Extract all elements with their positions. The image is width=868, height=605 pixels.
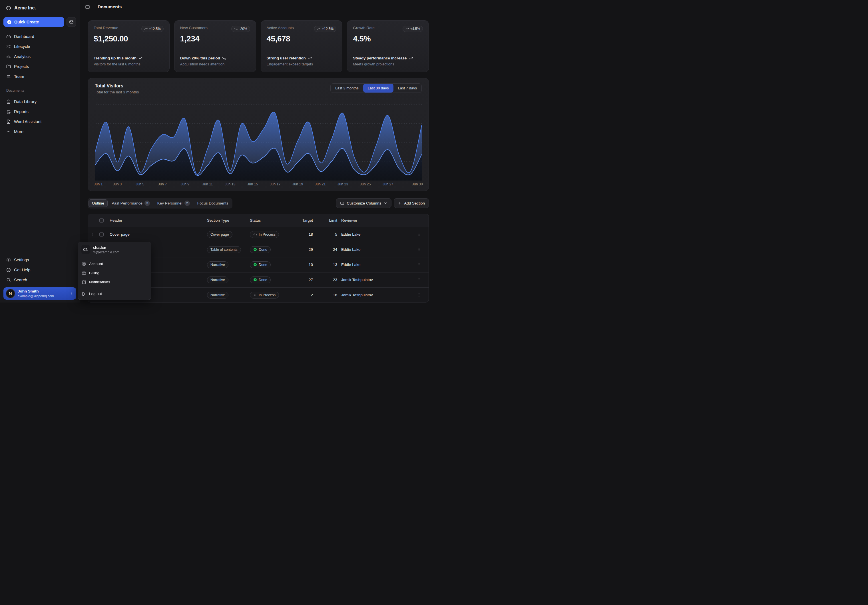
app-root: Acme Inc. Quick Create DashboardLifecycl…: [0, 0, 434, 302]
plus-icon: [398, 201, 402, 205]
chart-x-axis-labels: Jun 1Jun 3Jun 5Jun 7Jun 9Jun 11Jun 13Jun…: [95, 181, 422, 188]
row-section-type-cell: Narrative: [207, 292, 250, 298]
sidebar-item-word-assistant[interactable]: Word Assistant: [3, 117, 76, 126]
row-actions-kebab-icon[interactable]: [412, 278, 425, 282]
row-status-cell: In Process: [250, 292, 297, 298]
menu-item-notifications[interactable]: Notifications: [79, 278, 150, 287]
user-name: John Smith: [18, 289, 67, 294]
section-type-badge[interactable]: Table of contents: [207, 246, 241, 253]
row-reviewer: Jamik Tashpulatov: [341, 278, 412, 282]
section-type-badge[interactable]: Cover page: [207, 231, 232, 238]
row-limit-value: 13: [317, 262, 341, 267]
section-toolbar: OutlinePast Performance3Key Personnel2Fo…: [88, 198, 429, 208]
drag-handle-icon[interactable]: [91, 233, 99, 236]
status-badge-label: Done: [259, 248, 267, 252]
status-badge-label: Done: [259, 263, 267, 267]
table-column-col-target: Target: [297, 218, 317, 222]
topbar: Documents: [80, 0, 434, 14]
sidebar-user-card[interactable]: N John Smith example@klipperhq.com: [3, 287, 76, 299]
select-all-checkbox[interactable]: [99, 218, 104, 222]
sidebar-item-data-library[interactable]: Data Library: [3, 97, 76, 106]
stat-card-footer: Trending up this monthVisitors for the l…: [94, 56, 164, 67]
status-badge[interactable]: In Process: [250, 292, 279, 298]
trending-down-icon: [234, 27, 237, 31]
row-actions-kebab-icon[interactable]: [412, 262, 425, 267]
stat-footer-title: Steady performance increase: [353, 56, 423, 61]
menu-item-account[interactable]: Account: [79, 259, 150, 268]
trend-badge-value: +12.5%: [149, 27, 161, 31]
tab-label: Past Performance: [112, 201, 143, 205]
stat-card-value: 1,234: [180, 34, 250, 43]
user-menu-kebab-icon[interactable]: [70, 292, 74, 296]
sidebar-item-team[interactable]: Team: [3, 72, 76, 81]
columns-icon: [340, 201, 344, 205]
sidebar-item-label: Search: [14, 278, 27, 282]
add-section-label: Add Section: [404, 201, 425, 205]
panel-left-icon[interactable]: [85, 5, 90, 9]
tab-outline[interactable]: Outline: [88, 199, 108, 207]
quick-create-button[interactable]: Quick Create: [3, 17, 64, 27]
customize-columns-button[interactable]: Customize Columns: [336, 198, 391, 208]
menu-user-name: shadcn: [93, 245, 119, 250]
add-section-button[interactable]: Add Section: [394, 198, 429, 208]
menu-item-logout[interactable]: Log out: [79, 289, 150, 298]
sidebar-item-projects[interactable]: Projects: [3, 62, 76, 71]
stat-footer-title-text: Down 20% this period: [180, 56, 220, 61]
status-badge[interactable]: Done: [250, 246, 271, 253]
x-axis-tick-label: Jun 5: [136, 182, 144, 186]
table-column-col-section-type: Section Type: [207, 218, 250, 222]
sidebar-item-get-help[interactable]: Get Help: [3, 265, 76, 275]
range-tab-last-7-days[interactable]: Last 7 days: [394, 84, 422, 93]
plus-circle-icon: [7, 20, 12, 25]
section-type-badge[interactable]: Narrative: [207, 292, 228, 298]
trend-badge-value: +12.5%: [322, 27, 333, 31]
menu-item-billing[interactable]: Billing: [79, 268, 150, 278]
row-actions-kebab-icon[interactable]: [412, 293, 425, 297]
sidebar-item-search[interactable]: Search: [3, 275, 76, 284]
clipboard-clock-icon: [6, 109, 11, 114]
menu-divider: [78, 258, 151, 258]
tab-label: Focus Documents: [197, 201, 228, 205]
stat-card-title: Total Revenue: [94, 26, 118, 30]
sidebar-item-label: Word Assistant: [14, 119, 42, 124]
brand[interactable]: Acme Inc.: [3, 3, 76, 13]
sidebar-item-label: Analytics: [14, 54, 31, 59]
tab-past-performance[interactable]: Past Performance3: [108, 199, 153, 208]
x-axis-tick-label: Jun 21: [315, 182, 326, 186]
inbox-button[interactable]: [67, 17, 76, 27]
sidebar-item-settings[interactable]: Settings: [3, 255, 76, 265]
row-header-link[interactable]: Cover page: [110, 232, 207, 236]
trending-up-icon: [308, 56, 312, 60]
sidebar-item-lifecycle[interactable]: Lifecycle: [3, 42, 76, 51]
menu-user-info: CN shadcn m@example.com: [79, 243, 150, 257]
row-section-type-cell: Narrative: [207, 276, 250, 283]
sidebar-item-analytics[interactable]: Analytics: [3, 52, 76, 61]
range-tab-last-30-days[interactable]: Last 30 days: [363, 84, 394, 93]
status-badge[interactable]: In Process: [250, 231, 279, 238]
section-type-badge[interactable]: Narrative: [207, 261, 228, 268]
chart-title: Total Visitors: [95, 84, 139, 88]
status-badge[interactable]: Done: [250, 261, 271, 268]
sidebar-item-dashboard[interactable]: Dashboard: [3, 32, 76, 41]
sidebar-item-reports[interactable]: Reports: [3, 107, 76, 116]
tab-focus-documents[interactable]: Focus Documents: [194, 199, 232, 207]
sidebar-item-more[interactable]: More: [3, 127, 76, 136]
section-type-badge[interactable]: Narrative: [207, 276, 228, 283]
tab-key-personnel[interactable]: Key Personnel2: [154, 199, 193, 208]
stat-card: Total Revenue+12.5%$1,250.00Trending up …: [88, 20, 170, 72]
row-actions-kebab-icon[interactable]: [412, 247, 425, 252]
sidebar-item-label: Settings: [14, 258, 29, 262]
stat-card-title: New Customers: [180, 26, 208, 30]
status-badge-label: Done: [259, 278, 267, 282]
range-tab-last-3-months[interactable]: Last 3 months: [331, 84, 363, 93]
row-target-value: 10: [297, 262, 317, 267]
customize-columns-label: Customize Columns: [347, 201, 381, 205]
stat-card-title: Growth Rate: [353, 26, 375, 30]
row-checkbox[interactable]: [99, 232, 104, 236]
x-axis-tick-label: Jun 23: [338, 182, 348, 186]
row-limit-value: 16: [317, 293, 341, 297]
stat-footer-title-text: Trending up this month: [94, 56, 136, 61]
stat-footer-title-text: Strong user retention: [267, 56, 306, 61]
row-actions-kebab-icon[interactable]: [412, 232, 425, 236]
status-badge[interactable]: Done: [250, 276, 271, 283]
